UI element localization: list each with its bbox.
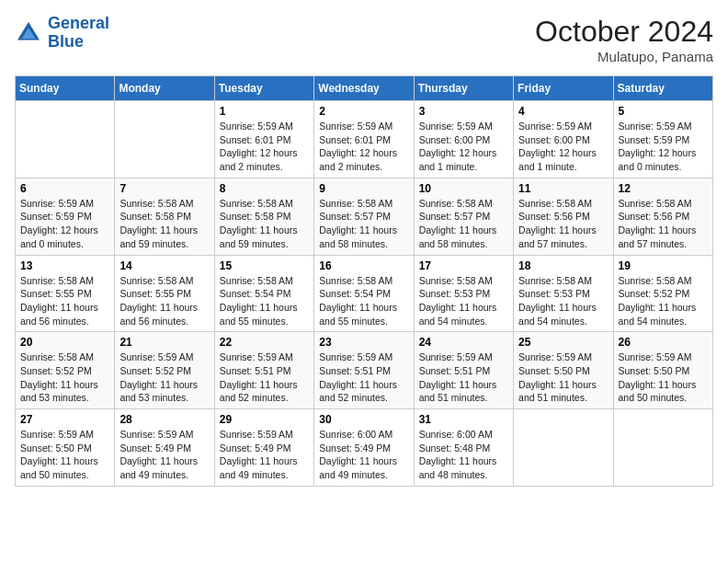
day-info: Sunrise: 5:58 AM Sunset: 5:54 PM Dayligh…	[220, 274, 309, 328]
weekday-header-thursday: Thursday	[414, 76, 513, 101]
day-number: 12	[619, 182, 708, 195]
calendar-cell: 9Sunrise: 5:58 AM Sunset: 5:57 PM Daylig…	[314, 178, 414, 255]
day-info: Sunrise: 5:58 AM Sunset: 5:56 PM Dayligh…	[518, 197, 608, 251]
day-info: Sunrise: 5:59 AM Sunset: 5:51 PM Dayligh…	[419, 350, 508, 405]
calendar-cell: 7Sunrise: 5:58 AM Sunset: 5:58 PM Daylig…	[115, 178, 214, 255]
calendar-cell	[16, 101, 115, 178]
day-info: Sunrise: 5:58 AM Sunset: 5:56 PM Dayligh…	[619, 197, 708, 251]
day-info: Sunrise: 5:59 AM Sunset: 6:00 PM Dayligh…	[518, 120, 608, 174]
weekday-header-sunday: Sunday	[16, 76, 115, 101]
day-number: 13	[20, 259, 109, 272]
day-number: 10	[419, 182, 508, 195]
calendar-week-5: 27Sunrise: 5:59 AM Sunset: 5:50 PM Dayli…	[16, 409, 713, 487]
day-number: 23	[319, 336, 408, 349]
page-header: General Blue October 2024 Mulatupo, Pana…	[15, 15, 713, 64]
calendar-cell: 13Sunrise: 5:58 AM Sunset: 5:55 PM Dayli…	[16, 255, 115, 332]
day-number: 16	[319, 259, 408, 272]
day-info: Sunrise: 5:58 AM Sunset: 5:55 PM Dayligh…	[20, 274, 109, 328]
calendar-cell: 26Sunrise: 5:59 AM Sunset: 5:50 PM Dayli…	[613, 332, 712, 409]
weekday-header-monday: Monday	[115, 76, 214, 101]
calendar-cell: 6Sunrise: 5:59 AM Sunset: 5:59 PM Daylig…	[16, 178, 115, 255]
calendar-cell: 30Sunrise: 6:00 AM Sunset: 5:49 PM Dayli…	[314, 409, 414, 487]
month-title: October 2024	[535, 15, 713, 49]
day-number: 30	[319, 413, 408, 426]
day-number: 26	[619, 336, 708, 349]
day-info: Sunrise: 5:58 AM Sunset: 5:52 PM Dayligh…	[20, 350, 109, 405]
day-number: 21	[119, 336, 209, 349]
calendar-cell	[514, 409, 613, 487]
calendar-cell: 3Sunrise: 5:59 AM Sunset: 6:00 PM Daylig…	[414, 101, 513, 178]
day-info: Sunrise: 5:59 AM Sunset: 5:50 PM Dayligh…	[20, 428, 109, 482]
day-info: Sunrise: 5:59 AM Sunset: 6:00 PM Dayligh…	[419, 120, 508, 174]
calendar-week-2: 6Sunrise: 5:59 AM Sunset: 5:59 PM Daylig…	[16, 178, 713, 255]
calendar-cell: 28Sunrise: 5:59 AM Sunset: 5:49 PM Dayli…	[115, 409, 214, 487]
day-number: 3	[419, 105, 508, 118]
calendar-cell	[613, 409, 712, 487]
calendar-week-3: 13Sunrise: 5:58 AM Sunset: 5:55 PM Dayli…	[16, 255, 713, 332]
day-info: Sunrise: 5:58 AM Sunset: 5:57 PM Dayligh…	[319, 197, 408, 251]
location: Mulatupo, Panama	[535, 49, 713, 64]
day-number: 14	[119, 259, 209, 272]
day-info: Sunrise: 5:59 AM Sunset: 5:51 PM Dayligh…	[220, 350, 309, 405]
day-number: 2	[319, 105, 408, 118]
day-number: 1	[220, 105, 309, 118]
weekday-header-row: SundayMondayTuesdayWednesdayThursdayFrid…	[16, 76, 713, 101]
title-block: October 2024 Mulatupo, Panama	[535, 15, 713, 64]
day-number: 8	[220, 182, 309, 195]
day-number: 27	[20, 413, 109, 426]
weekday-header-friday: Friday	[514, 76, 613, 101]
calendar-cell: 23Sunrise: 5:59 AM Sunset: 5:51 PM Dayli…	[314, 332, 414, 409]
calendar-cell: 27Sunrise: 5:59 AM Sunset: 5:50 PM Dayli…	[16, 409, 115, 487]
calendar-week-4: 20Sunrise: 5:58 AM Sunset: 5:52 PM Dayli…	[16, 332, 713, 409]
day-info: Sunrise: 5:59 AM Sunset: 5:50 PM Dayligh…	[518, 350, 608, 405]
calendar-cell: 16Sunrise: 5:58 AM Sunset: 5:54 PM Dayli…	[314, 255, 414, 332]
calendar-cell: 18Sunrise: 5:58 AM Sunset: 5:53 PM Dayli…	[514, 255, 613, 332]
day-info: Sunrise: 6:00 AM Sunset: 5:48 PM Dayligh…	[419, 428, 508, 482]
weekday-header-saturday: Saturday	[613, 76, 712, 101]
calendar-cell: 1Sunrise: 5:59 AM Sunset: 6:01 PM Daylig…	[214, 101, 313, 178]
day-info: Sunrise: 5:59 AM Sunset: 5:59 PM Dayligh…	[20, 197, 109, 251]
day-number: 31	[419, 413, 508, 426]
logo-line1: General	[48, 14, 109, 32]
day-info: Sunrise: 5:59 AM Sunset: 5:59 PM Dayligh…	[619, 120, 708, 174]
calendar-cell: 2Sunrise: 5:59 AM Sunset: 6:01 PM Daylig…	[314, 101, 414, 178]
day-number: 7	[119, 182, 209, 195]
calendar-cell: 19Sunrise: 5:58 AM Sunset: 5:52 PM Dayli…	[613, 255, 712, 332]
day-number: 9	[319, 182, 408, 195]
day-info: Sunrise: 5:59 AM Sunset: 5:51 PM Dayligh…	[319, 350, 408, 405]
calendar-cell: 15Sunrise: 5:58 AM Sunset: 5:54 PM Dayli…	[214, 255, 313, 332]
calendar-cell: 25Sunrise: 5:59 AM Sunset: 5:50 PM Dayli…	[514, 332, 613, 409]
day-number: 11	[518, 182, 608, 195]
calendar-cell	[115, 101, 214, 178]
calendar-cell: 31Sunrise: 6:00 AM Sunset: 5:48 PM Dayli…	[414, 409, 513, 487]
weekday-header-tuesday: Tuesday	[214, 76, 313, 101]
day-number: 6	[20, 182, 109, 195]
calendar-cell: 4Sunrise: 5:59 AM Sunset: 6:00 PM Daylig…	[514, 101, 613, 178]
day-number: 20	[20, 336, 109, 349]
calendar-cell: 5Sunrise: 5:59 AM Sunset: 5:59 PM Daylig…	[613, 101, 712, 178]
day-info: Sunrise: 5:58 AM Sunset: 5:57 PM Dayligh…	[419, 197, 508, 251]
day-info: Sunrise: 5:59 AM Sunset: 5:49 PM Dayligh…	[220, 428, 309, 482]
day-info: Sunrise: 5:58 AM Sunset: 5:58 PM Dayligh…	[220, 197, 309, 251]
day-info: Sunrise: 5:59 AM Sunset: 5:50 PM Dayligh…	[619, 350, 708, 405]
day-info: Sunrise: 5:58 AM Sunset: 5:54 PM Dayligh…	[319, 274, 408, 328]
day-number: 19	[619, 259, 708, 272]
day-info: Sunrise: 5:59 AM Sunset: 5:49 PM Dayligh…	[119, 428, 209, 482]
weekday-header-wednesday: Wednesday	[314, 76, 414, 101]
day-number: 25	[518, 336, 608, 349]
calendar-cell: 17Sunrise: 5:58 AM Sunset: 5:53 PM Dayli…	[414, 255, 513, 332]
day-number: 22	[220, 336, 309, 349]
day-number: 17	[419, 259, 508, 272]
day-number: 28	[119, 413, 209, 426]
day-number: 24	[419, 336, 508, 349]
calendar-cell: 12Sunrise: 5:58 AM Sunset: 5:56 PM Dayli…	[613, 178, 712, 255]
calendar-table: SundayMondayTuesdayWednesdayThursdayFrid…	[15, 75, 713, 487]
day-info: Sunrise: 5:59 AM Sunset: 6:01 PM Dayligh…	[319, 120, 408, 174]
logo: General Blue	[15, 15, 109, 52]
calendar-cell: 11Sunrise: 5:58 AM Sunset: 5:56 PM Dayli…	[514, 178, 613, 255]
day-info: Sunrise: 5:58 AM Sunset: 5:58 PM Dayligh…	[119, 197, 209, 251]
calendar-cell: 21Sunrise: 5:59 AM Sunset: 5:52 PM Dayli…	[115, 332, 214, 409]
calendar-cell: 22Sunrise: 5:59 AM Sunset: 5:51 PM Dayli…	[214, 332, 313, 409]
calendar-cell: 24Sunrise: 5:59 AM Sunset: 5:51 PM Dayli…	[414, 332, 513, 409]
day-number: 15	[220, 259, 309, 272]
